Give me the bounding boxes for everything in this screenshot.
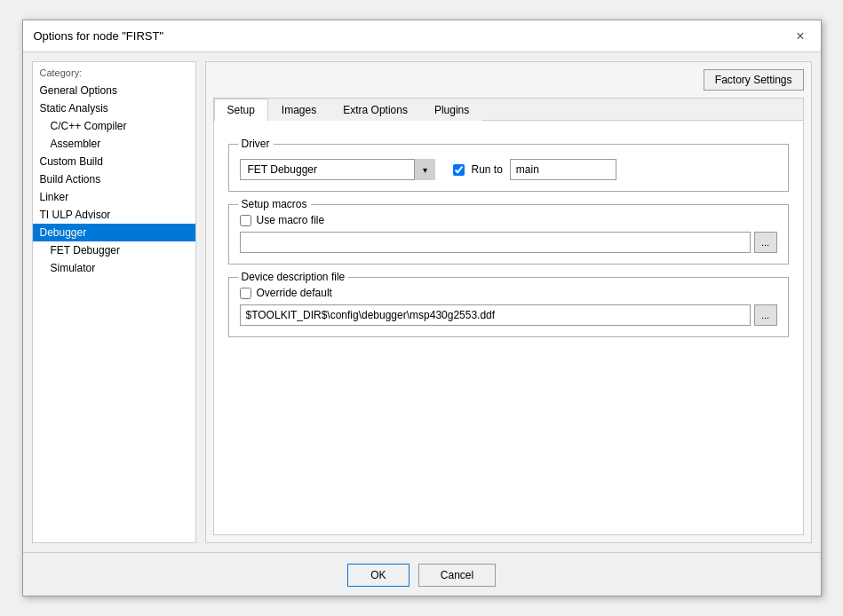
tabs-container: Setup Images Extra Options Plugins Drive… xyxy=(213,98,804,535)
sidebar-item-static-analysis[interactable]: Static Analysis xyxy=(33,99,195,117)
run-to-label: Run to xyxy=(472,163,503,176)
sidebar-item-build-actions[interactable]: Build Actions xyxy=(33,170,195,188)
tabs-header: Setup Images Extra Options Plugins xyxy=(214,99,803,121)
close-button[interactable]: × xyxy=(791,28,809,45)
use-macro-file-label: Use macro file xyxy=(257,214,325,226)
sidebar-item-linker[interactable]: Linker xyxy=(33,188,195,206)
run-to-section: Run to xyxy=(453,159,616,180)
dialog-title: Options for node "FIRST" xyxy=(34,29,164,43)
override-default-checkbox[interactable] xyxy=(240,288,251,299)
sidebar-item-simulator[interactable]: Simulator xyxy=(33,259,195,277)
macro-file-browse-button[interactable]: ... xyxy=(754,232,777,253)
driver-legend: Driver xyxy=(238,138,274,150)
override-default-label: Override default xyxy=(257,287,332,299)
factory-btn-row: Factory Settings xyxy=(213,69,804,91)
device-description-section: Device description file Override default… xyxy=(228,277,789,337)
sidebar-item-cpp-compiler[interactable]: C/C++ Compiler xyxy=(33,117,195,135)
options-dialog: Options for node "FIRST" × Category: Gen… xyxy=(22,20,822,596)
setup-macros-legend: Setup macros xyxy=(238,198,311,210)
driver-select[interactable]: FET Debugger Simulator xyxy=(240,159,435,180)
tab-setup[interactable]: Setup xyxy=(214,99,268,121)
run-to-checkbox[interactable] xyxy=(453,164,465,176)
use-macro-file-row: Use macro file xyxy=(240,214,777,226)
sidebar-item-debugger[interactable]: Debugger xyxy=(33,224,195,241)
main-panel: Factory Settings Setup Images Extra Opti… xyxy=(205,61,812,543)
setup-macros-section: Setup macros Use macro file ... xyxy=(228,204,789,265)
run-to-input[interactable] xyxy=(510,159,616,180)
device-file-browse-button[interactable]: ... xyxy=(754,304,777,326)
category-label: Category: xyxy=(33,62,195,82)
device-file-input[interactable] xyxy=(240,304,751,326)
category-sidebar: Category: General Options Static Analysi… xyxy=(32,61,196,543)
dialog-footer: OK Cancel xyxy=(23,552,821,596)
tab-setup-content: Driver FET Debugger Simulator ▾ xyxy=(214,121,803,534)
sidebar-item-assembler[interactable]: Assembler xyxy=(33,135,195,153)
tab-images[interactable]: Images xyxy=(268,99,330,121)
macro-file-input-row: ... xyxy=(240,232,777,253)
tab-extra-options[interactable]: Extra Options xyxy=(330,99,421,121)
driver-select-wrap: FET Debugger Simulator ▾ xyxy=(240,159,435,180)
factory-settings-button[interactable]: Factory Settings xyxy=(704,69,804,91)
driver-section: Driver FET Debugger Simulator ▾ xyxy=(228,144,789,192)
override-default-row: Override default xyxy=(240,287,777,299)
dialog-body: Category: General Options Static Analysi… xyxy=(23,52,821,552)
sidebar-item-ti-ulp-advisor[interactable]: TI ULP Advisor xyxy=(33,206,195,224)
sidebar-item-fet-debugger[interactable]: FET Debugger xyxy=(33,241,195,259)
macro-file-input[interactable] xyxy=(240,232,751,253)
driver-row: FET Debugger Simulator ▾ Run to xyxy=(240,159,777,180)
title-bar: Options for node "FIRST" × xyxy=(23,20,821,52)
ok-button[interactable]: OK xyxy=(347,564,410,587)
device-description-legend: Device description file xyxy=(238,271,349,283)
use-macro-file-checkbox[interactable] xyxy=(240,215,251,226)
tab-plugins[interactable]: Plugins xyxy=(421,99,482,121)
sidebar-item-custom-build[interactable]: Custom Build xyxy=(33,153,195,170)
cancel-button[interactable]: Cancel xyxy=(418,564,496,587)
sidebar-item-general-options[interactable]: General Options xyxy=(33,82,195,99)
device-file-input-row: ... xyxy=(240,304,777,326)
